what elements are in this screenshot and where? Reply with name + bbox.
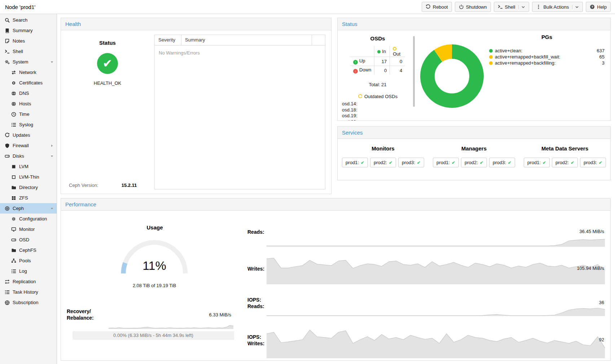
check-icon: ✔ [417, 160, 421, 165]
sidebar-item-task-history[interactable]: Task History [0, 287, 57, 297]
service-node-monitors-prod2: prod2:✔ [370, 158, 396, 167]
status-panel-body: OSDs In Out ↑Up 17 0 ↓Down 0 4 Tota [338, 30, 610, 120]
service-group-heading: Managers [461, 145, 487, 152]
osds-up-label: ↑Up [350, 57, 374, 66]
sidebar-item-configuration[interactable]: Configuration [0, 214, 57, 224]
sidebar-item-notes[interactable]: Notes [0, 36, 57, 46]
column-header-summary[interactable]: Summary [181, 35, 312, 45]
usage-detail: 2.08 TiB of 19.19 TiB [107, 283, 201, 288]
iops-reads-chart [267, 296, 605, 316]
outdated-osds-list: osd.14:osd.18:osd.19:osd.20: [342, 101, 413, 120]
check-icon: ✔ [452, 160, 455, 165]
sidebar-item-osd[interactable]: OSD [0, 234, 57, 245]
sidebar-item-monitor[interactable]: Monitor [0, 224, 57, 234]
sidebar-item-lvm-thin[interactable]: LVM-Thin [0, 172, 57, 182]
outdated-osds-heading: Outdated OSDs [342, 94, 413, 99]
globe-icon [11, 91, 16, 96]
shell-button[interactable]: Shell [494, 2, 530, 12]
osds-header-row: In Out [350, 46, 405, 57]
out-ring-icon [393, 47, 396, 51]
node-label: prod2: [555, 160, 569, 165]
legend-value: 65 [599, 54, 605, 60]
sidebar-item-log[interactable]: Log [0, 266, 57, 276]
sidebar-item-label: Disks [13, 153, 24, 159]
sidebar-item-shell[interactable]: Shell [0, 46, 57, 57]
clock-icon [11, 112, 16, 117]
iops-reads-value: 36 [599, 300, 604, 305]
caret-down-icon[interactable] [50, 207, 54, 210]
legend-label: active+remapped+backfilling: [495, 60, 555, 66]
square-o-icon [11, 175, 16, 180]
sidebar-item-label: Search [13, 17, 27, 23]
column-header-severity[interactable]: Severity [155, 35, 181, 45]
button-label: Shutdown [466, 4, 487, 10]
sidebar-item-label: LVM-Thin [19, 174, 39, 180]
sidebar-item-zfs[interactable]: ZFS [0, 193, 57, 203]
shutdown-button[interactable]: Shutdown [455, 2, 491, 12]
dropdown-arrow[interactable] [572, 5, 579, 9]
folder-icon [11, 248, 16, 253]
service-group-heading: Monitors [372, 145, 394, 152]
sidebar-item-cephfs[interactable]: CephFS [0, 245, 57, 255]
node-label: prod1: [436, 160, 450, 165]
sidebar-item-lvm[interactable]: LVM [0, 161, 57, 172]
sidebar-item-dns[interactable]: DNS [0, 88, 57, 98]
sidebar-item-pools[interactable]: Pools [0, 255, 57, 266]
iops-reads-label: IOPS: Reads: [247, 297, 264, 310]
sidebar-item-summary[interactable]: Summary [0, 25, 57, 36]
pgs-legend: active+clean:637active+remapped+backfill… [489, 48, 605, 66]
caret-down-icon[interactable] [50, 154, 54, 158]
sidebar-item-updates[interactable]: Updates [0, 130, 57, 140]
health-panel: Health Status ✔ HEALTH_OK Ceph Version: … [61, 18, 331, 194]
status-scrollbar[interactable] [413, 36, 415, 107]
sidebar-item-label: Updates [13, 132, 30, 138]
sidebar-item-time[interactable]: Time [0, 109, 57, 119]
sidebar-item-certificates[interactable]: Certificates [0, 78, 57, 88]
bulk-actions-button[interactable]: Bulk Actions [532, 2, 583, 12]
services-panel: Services Monitorsprod1:✔prod2:✔prod3:✔Ma… [337, 126, 611, 180]
terminal-icon [498, 4, 503, 9]
service-group-heading: Meta Data Servers [541, 145, 588, 152]
sidebar-item-system[interactable]: System [0, 57, 57, 67]
sidebar-item-subscription[interactable]: Subscription [0, 297, 57, 308]
service-node-meta-data-servers-prod1: prod1:✔ [524, 158, 550, 167]
writes-chart [267, 249, 605, 284]
usage-heading: Usage [68, 224, 241, 231]
reboot-button[interactable]: Reboot [422, 2, 452, 12]
check-icon: ✔ [599, 160, 602, 165]
pgs-legend-row: active+remapped+backfill_wait:65 [489, 54, 605, 60]
terminal-icon [5, 49, 10, 54]
sidebar-item-hosts[interactable]: Hosts [0, 98, 57, 109]
sidebar-item-ceph[interactable]: Ceph [0, 203, 57, 214]
dropdown-arrow[interactable] [518, 5, 525, 9]
folder-icon [11, 185, 16, 190]
usage-percent: 11% [118, 259, 190, 273]
sidebar-item-search[interactable]: Search [0, 15, 57, 25]
sidebar-item-network[interactable]: Network [0, 67, 57, 78]
service-nodes-row: prod1:✔prod2:✔prod3:✔ [433, 158, 515, 167]
sidebar-item-replication[interactable]: Replication [0, 276, 57, 287]
sidebar-item-label: Firewall [13, 143, 29, 148]
sidebar-item-syslog[interactable]: Syslog [0, 119, 57, 130]
refresh-icon [358, 94, 363, 99]
osds-corner-cell [350, 46, 374, 57]
node-label: prod2: [374, 160, 387, 165]
sidebar-item-label: System [13, 59, 28, 65]
service-group-monitors: Monitorsprod1:✔prod2:✔prod3:✔ [338, 142, 429, 180]
reboot-icon [426, 4, 431, 9]
sidebar-item-label: Ceph [13, 206, 24, 211]
node-label: prod3: [402, 160, 415, 165]
caret-right-icon[interactable] [50, 144, 54, 148]
warnings-table-header: Severity Summary [155, 35, 325, 45]
sidebar-item-firewall[interactable]: Firewall [0, 140, 57, 151]
legend-dot-icon [489, 55, 493, 59]
legend-label: active+remapped+backfill_wait: [495, 54, 560, 60]
cogs-icon [5, 60, 10, 65]
sidebar-item-directory[interactable]: Directory [0, 182, 57, 193]
help-button[interactable]: ?Help [586, 2, 611, 12]
sitemap-icon [11, 258, 16, 263]
service-nodes-row: prod1:✔prod2:✔prod3:✔ [524, 158, 606, 167]
caret-down-icon[interactable] [50, 60, 54, 64]
node-label: prod3: [584, 160, 597, 165]
sidebar-item-disks[interactable]: Disks [0, 151, 57, 161]
